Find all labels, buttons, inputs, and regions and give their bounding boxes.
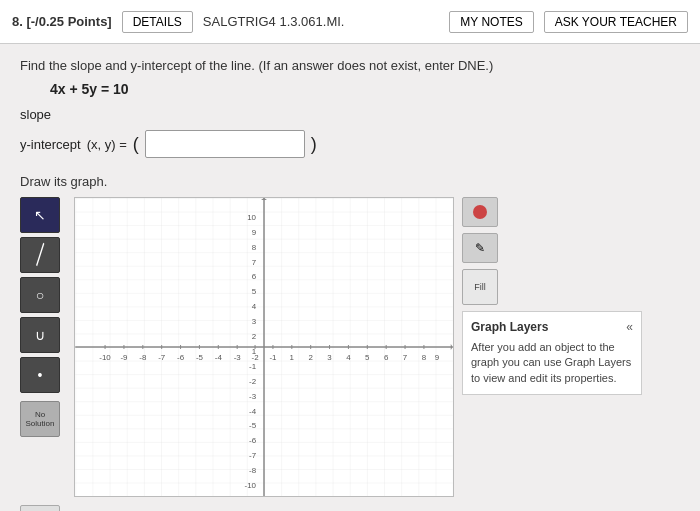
svg-text:-4: -4 bbox=[249, 407, 257, 416]
graph-layers-title: Graph Layers bbox=[471, 320, 548, 334]
right-panel: ✎ Fill Graph Layers « After you add an o… bbox=[462, 197, 642, 395]
svg-text:5: 5 bbox=[252, 287, 257, 296]
svg-text:-10: -10 bbox=[245, 481, 257, 490]
point-tool[interactable]: • bbox=[20, 357, 60, 393]
svg-text:9: 9 bbox=[252, 228, 257, 237]
svg-text:-1: -1 bbox=[249, 362, 257, 371]
svg-text:9: 9 bbox=[435, 353, 440, 362]
curve-icon: ∪ bbox=[35, 327, 45, 343]
graph-layers-panel: Graph Layers « After you add an object t… bbox=[462, 311, 642, 395]
graph-layers-collapse-button[interactable]: « bbox=[626, 320, 633, 334]
svg-text:1: 1 bbox=[290, 353, 295, 362]
point-icon: • bbox=[38, 367, 43, 383]
svg-text:-4: -4 bbox=[215, 353, 223, 362]
no-solution-label: No Solution bbox=[21, 410, 59, 428]
svg-text:-5: -5 bbox=[196, 353, 204, 362]
svg-text:-9: -9 bbox=[120, 353, 128, 362]
equation-display: 4x + 5y = 10 bbox=[50, 81, 680, 97]
svg-text:-3: -3 bbox=[234, 353, 242, 362]
svg-text:3: 3 bbox=[327, 353, 332, 362]
svg-text:4: 4 bbox=[252, 302, 257, 311]
fill-label: Fill bbox=[474, 282, 486, 292]
secondary-color-button[interactable]: ✎ bbox=[462, 233, 498, 263]
color-button[interactable] bbox=[462, 197, 498, 227]
draw-graph-label: Draw its graph. bbox=[20, 174, 680, 189]
svg-text:7: 7 bbox=[252, 258, 257, 267]
circle-tool[interactable]: ○ bbox=[20, 277, 60, 313]
answer-input[interactable] bbox=[152, 137, 292, 152]
line-tool[interactable]: ╲ bbox=[20, 237, 60, 273]
svg-text:5: 5 bbox=[365, 353, 370, 362]
svg-text:-8: -8 bbox=[249, 466, 257, 475]
fill-button[interactable]: Fill bbox=[462, 269, 498, 305]
top-bar: 8. [-/0.25 Points] DETAILS SALGTRIG4 1.3… bbox=[0, 0, 700, 44]
no-solution-button[interactable]: No Solution bbox=[20, 401, 60, 437]
svg-text:-2: -2 bbox=[249, 377, 257, 386]
svg-text:-10: -10 bbox=[99, 353, 111, 362]
arrow-tool[interactable]: ↖ bbox=[20, 197, 60, 233]
answer-box[interactable] bbox=[145, 130, 305, 158]
question-code: SALGTRIG4 1.3.061.MI. bbox=[203, 14, 439, 29]
help-button[interactable]: ⓪ Help bbox=[20, 505, 60, 511]
yintercept-label: y-intercept bbox=[20, 137, 81, 152]
svg-text:4: 4 bbox=[346, 353, 351, 362]
xy-label: (x, y) = bbox=[87, 137, 127, 152]
svg-text:-7: -7 bbox=[158, 353, 166, 362]
graph-svg: -10 -9 -8 -7 -6 -5 -4 -3 -2 -1 1 2 3 4 5… bbox=[75, 198, 453, 496]
ask-teacher-button[interactable]: ASK YOUR TEACHER bbox=[544, 11, 688, 33]
my-notes-button[interactable]: MY NOTES bbox=[449, 11, 533, 33]
collapse-icon: « bbox=[626, 320, 633, 334]
slope-row: slope bbox=[20, 107, 680, 122]
graph-area[interactable]: -10 -9 -8 -7 -6 -5 -4 -3 -2 -1 1 2 3 4 5… bbox=[74, 197, 454, 497]
yintercept-row: y-intercept (x, y) = ( ) bbox=[20, 130, 680, 158]
svg-text:6: 6 bbox=[252, 272, 257, 281]
svg-text:-6: -6 bbox=[249, 436, 257, 445]
curve-tool[interactable]: ∪ bbox=[20, 317, 60, 353]
svg-text:-1: -1 bbox=[269, 353, 277, 362]
svg-text:3: 3 bbox=[252, 317, 257, 326]
edit-icon: ✎ bbox=[475, 241, 485, 255]
svg-text:8: 8 bbox=[252, 243, 257, 252]
svg-text:1: 1 bbox=[252, 347, 257, 356]
question-number: 8. [-/0.25 Points] bbox=[12, 14, 112, 29]
close-paren: ) bbox=[311, 134, 317, 155]
open-paren: ( bbox=[133, 134, 139, 155]
graph-layers-description: After you add an object to the graph you… bbox=[471, 340, 633, 386]
circle-icon: ○ bbox=[36, 287, 44, 303]
graph-layers-header: Graph Layers « bbox=[471, 320, 633, 334]
svg-text:7: 7 bbox=[403, 353, 408, 362]
svg-text:-8: -8 bbox=[139, 353, 147, 362]
svg-text:2: 2 bbox=[252, 332, 257, 341]
svg-text:8: 8 bbox=[422, 353, 427, 362]
svg-text:-7: -7 bbox=[249, 451, 257, 460]
instruction-text: Find the slope and y-intercept of the li… bbox=[20, 58, 680, 73]
svg-text:-6: -6 bbox=[177, 353, 185, 362]
svg-text:6: 6 bbox=[384, 353, 389, 362]
svg-text:-3: -3 bbox=[249, 392, 257, 401]
svg-text:2: 2 bbox=[308, 353, 313, 362]
toolbar: ↖ ╲ ○ ∪ • No Solution ⓪ Help bbox=[20, 197, 66, 511]
details-button[interactable]: DETAILS bbox=[122, 11, 193, 33]
slope-label: slope bbox=[20, 107, 51, 122]
svg-text:10: 10 bbox=[247, 213, 256, 222]
arrow-icon: ↖ bbox=[34, 207, 46, 223]
svg-text:-5: -5 bbox=[249, 421, 257, 430]
color-dot bbox=[473, 205, 487, 219]
line-icon: ╲ bbox=[28, 243, 51, 266]
graph-container: ↖ ╲ ○ ∪ • No Solution ⓪ Help bbox=[20, 197, 680, 511]
content-area: Find the slope and y-intercept of the li… bbox=[0, 44, 700, 511]
